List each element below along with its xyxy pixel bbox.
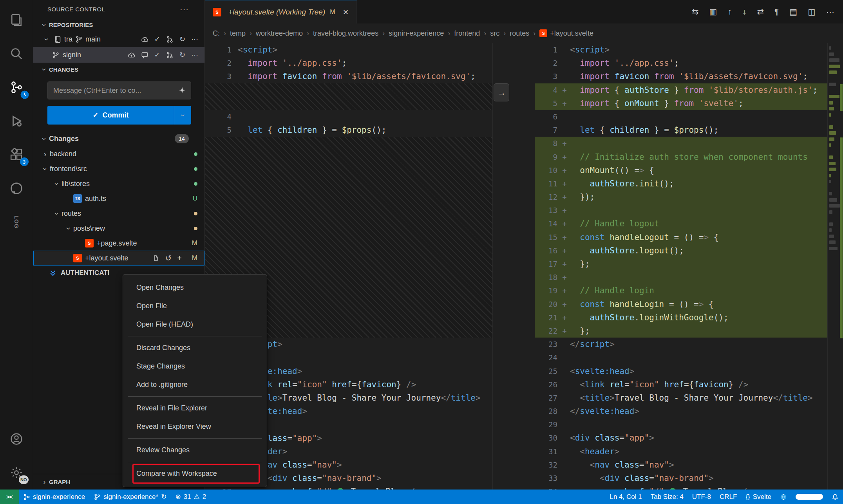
commit-button[interactable]: ✓Commit ›	[47, 106, 191, 125]
sidebar-more-icon[interactable]: ···	[180, 5, 189, 14]
chevron-down-icon[interactable]: ›	[52, 209, 62, 218]
pull-request-icon[interactable]	[166, 36, 174, 43]
account-icon[interactable]	[0, 422, 33, 456]
repository-row[interactable]: › tra main ✓ ↻ ···	[33, 31, 204, 47]
status-problems[interactable]: ⊗31 ⚠2	[171, 490, 210, 504]
settings-gear-icon[interactable]: NO	[0, 456, 33, 490]
commit-message-input[interactable]	[47, 81, 191, 99]
tree-item-posts-new[interactable]: ›posts\new	[33, 221, 204, 236]
render-whitespace-icon[interactable]: ¶	[774, 7, 779, 16]
branch-row[interactable]: signin ✓ ↻ ···	[33, 47, 204, 63]
breadcrumb-item[interactable]: frontend	[454, 29, 480, 38]
publish-cloud-icon[interactable]	[128, 51, 135, 59]
log-icon[interactable]: LOG	[0, 205, 33, 239]
menu-item-reveal-in-file-explorer[interactable]: Reveal in File Explorer	[123, 399, 267, 417]
status-repo-item[interactable]: signin-experience	[19, 490, 89, 504]
status-language[interactable]: {}Svelte	[741, 490, 776, 504]
next-change-icon[interactable]: ↓	[742, 7, 747, 16]
breadcrumb-item[interactable]: +layout.svelte	[550, 29, 593, 38]
repositories-header[interactable]: › REPOSITORIES	[33, 18, 204, 31]
more-actions-icon[interactable]: ···	[191, 35, 198, 43]
refresh-icon[interactable]: ↻	[179, 51, 185, 59]
breadcrumb-item[interactable]: signin-experience	[389, 29, 444, 38]
chevron-down-icon[interactable]: ›	[64, 224, 73, 233]
tree-item-label: +page.svelte	[97, 239, 137, 247]
chevron-right-icon[interactable]: ›	[40, 150, 50, 159]
menu-item-discard-changes[interactable]: Discard Changes	[123, 339, 267, 357]
changes-group-row[interactable]: › Changes 14	[33, 131, 204, 146]
diff-revert-arrow[interactable]: →	[494, 83, 509, 101]
status-branch-item[interactable]: signin-experience* ↻	[89, 490, 171, 504]
browser-icon[interactable]	[776, 490, 791, 504]
notifications-bell-icon[interactable]	[827, 490, 843, 504]
open-file-icon[interactable]	[152, 255, 159, 262]
breadcrumb-item[interactable]: temp	[230, 29, 246, 38]
breadcrumb-item[interactable]: travel-blog.worktrees	[313, 29, 378, 38]
svelte-icon: S	[213, 8, 221, 16]
tree-item-lib-stores[interactable]: ›lib\stores	[33, 176, 204, 191]
search-icon[interactable]	[0, 37, 33, 70]
commit-check-icon[interactable]: ✓	[154, 35, 160, 43]
publish-cloud-icon[interactable]	[141, 36, 148, 43]
refresh-icon[interactable]: ↻	[179, 35, 185, 43]
discard-icon[interactable]: ↺	[165, 253, 172, 263]
menu-item-open-changes[interactable]: Open Changes	[123, 278, 267, 297]
changes-header[interactable]: › CHANGES	[33, 63, 204, 76]
tree-item--layout-svelte[interactable]: S+layout.svelte↺+M	[33, 251, 204, 266]
github-icon[interactable]	[0, 172, 33, 205]
explorer-icon[interactable]	[0, 3, 33, 37]
minimap-line	[829, 52, 834, 56]
git-branch-icon	[52, 51, 60, 59]
menu-item-review-changes[interactable]: Review Changes	[123, 441, 267, 459]
extensions-icon[interactable]: 3	[0, 138, 33, 172]
stage-icon[interactable]: +	[177, 254, 182, 263]
tree-item-backend[interactable]: ›backend	[33, 146, 204, 161]
modified-pane[interactable]: 1<script>2 import '../app.css';3 import …	[535, 43, 827, 490]
open-preview-icon[interactable]: ▤	[789, 7, 797, 16]
breadcrumb-separator: ›	[250, 29, 252, 38]
remote-indicator[interactable]: ><	[0, 490, 19, 504]
split-editor-icon[interactable]: ◫	[808, 7, 816, 16]
more-actions-icon[interactable]: ···	[826, 7, 834, 16]
commit-check-icon[interactable]: ✓	[154, 51, 160, 59]
tree-item--page-svelte[interactable]: S+page.svelteM	[33, 236, 204, 251]
close-icon[interactable]: ×	[343, 7, 349, 17]
swap-sides-icon[interactable]: ⇄	[757, 7, 764, 16]
menu-item-reveal-in-explorer-view[interactable]: Reveal in Explorer View	[123, 417, 267, 436]
commit-dropdown[interactable]: ›	[174, 106, 191, 125]
chevron-down-icon[interactable]: ›	[41, 164, 50, 173]
code-line: 27 <title>Travel Blog - Share Your Journ…	[535, 391, 827, 405]
source-control-icon[interactable]	[0, 70, 33, 104]
menu-item-compare-with-workspace[interactable]: Compare with Workspace	[123, 464, 267, 483]
tab-layout-svelte[interactable]: S +layout.svelte (Working Tree) M ×	[205, 0, 357, 23]
status-cursor-position[interactable]: Ln 4, Col 1	[605, 490, 646, 504]
toggle-inline-view-icon[interactable]: ▥	[709, 7, 717, 16]
minimap-line	[829, 58, 839, 62]
pull-request-icon[interactable]	[166, 51, 174, 59]
slider-pill[interactable]	[796, 494, 823, 500]
status-eol[interactable]: CRLF	[715, 490, 741, 504]
tree-item-label: auth.ts	[85, 195, 106, 203]
menu-item-open-file[interactable]: Open File	[123, 297, 267, 315]
chevron-down-icon[interactable]: ›	[52, 179, 62, 188]
tree-item-frontend-src[interactable]: ›frontend\src	[33, 161, 204, 176]
tree-item-auth-ts[interactable]: TSauth.tsU	[33, 191, 204, 206]
menu-item-stage-changes[interactable]: Stage Changes	[123, 357, 267, 376]
more-actions-icon[interactable]: ···	[191, 51, 198, 59]
run-debug-icon[interactable]	[0, 104, 33, 138]
previous-change-icon[interactable]: ↑	[727, 7, 732, 16]
minimap[interactable]	[827, 43, 843, 490]
breadcrumb-item[interactable]: src	[490, 29, 499, 38]
menu-item-open-file-head-[interactable]: Open File (HEAD)	[123, 315, 267, 334]
menu-item-add-to-gitignore[interactable]: Add to .gitignore	[123, 376, 267, 394]
comment-icon[interactable]	[141, 51, 148, 59]
open-changes-icon[interactable]: ⇆	[692, 7, 699, 16]
breadcrumb-item[interactable]: routes	[510, 29, 529, 38]
status-tab-size[interactable]: Tab Size: 4	[646, 490, 688, 504]
sparkle-icon[interactable]	[177, 85, 187, 96]
minimap-line	[829, 162, 836, 165]
tree-item-routes[interactable]: ›routes	[33, 206, 204, 221]
status-encoding[interactable]: UTF-8	[688, 490, 715, 504]
breadcrumb-item[interactable]: C:	[213, 29, 220, 38]
breadcrumb-item[interactable]: worktree-demo	[256, 29, 303, 38]
